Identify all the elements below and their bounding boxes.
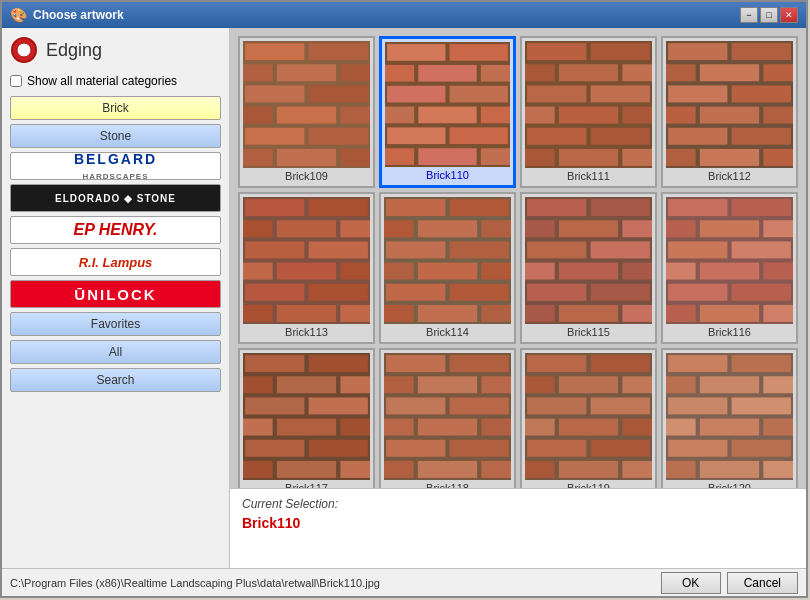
- svg-rect-40: [385, 65, 414, 82]
- svg-rect-262: [245, 397, 304, 414]
- svg-rect-112: [666, 107, 696, 124]
- svg-rect-108: [732, 85, 791, 102]
- svg-rect-315: [591, 355, 650, 372]
- svg-rect-46: [450, 86, 508, 103]
- svg-rect-277: [243, 461, 273, 478]
- svg-rect-154: [277, 305, 336, 322]
- svg-rect-346: [732, 355, 791, 372]
- svg-rect-185: [418, 305, 477, 322]
- svg-rect-207: [622, 263, 652, 280]
- show-all-label: Show all material categories: [27, 74, 177, 88]
- svg-rect-268: [277, 419, 336, 436]
- brick-category-button[interactable]: Brick: [10, 96, 221, 120]
- edging-header: Edging: [10, 36, 221, 64]
- svg-rect-247: [700, 305, 759, 322]
- svg-rect-352: [763, 376, 793, 393]
- svg-rect-73: [622, 64, 652, 81]
- svg-rect-129: [309, 199, 368, 216]
- brick-label-brick118: Brick118: [426, 480, 469, 488]
- ephenry-brand-button[interactable]: EP HENRY.: [10, 216, 221, 244]
- stone-category-button[interactable]: Stone: [10, 124, 221, 148]
- edging-icon: [10, 36, 38, 64]
- brick-item-brick119[interactable]: Brick119: [520, 348, 657, 488]
- svg-rect-164: [384, 220, 414, 237]
- svg-rect-356: [732, 397, 791, 414]
- svg-rect-197: [622, 220, 652, 237]
- current-selection-value: Brick110: [242, 515, 794, 531]
- svg-rect-45: [387, 86, 445, 103]
- svg-rect-180: [450, 284, 509, 301]
- ok-button[interactable]: OK: [661, 572, 721, 594]
- svg-rect-232: [732, 241, 791, 258]
- brick-item-brick111[interactable]: Brick111: [520, 36, 657, 188]
- svg-rect-51: [418, 107, 476, 124]
- svg-rect-92: [559, 149, 618, 166]
- restore-button[interactable]: □: [760, 7, 778, 23]
- brick-item-brick113[interactable]: Brick113: [238, 192, 375, 344]
- brick-preview-brick113: [243, 197, 370, 324]
- svg-rect-355: [668, 397, 727, 414]
- svg-rect-215: [525, 305, 555, 322]
- svg-rect-231: [668, 241, 727, 258]
- svg-rect-257: [243, 376, 273, 393]
- svg-rect-269: [340, 419, 370, 436]
- eldorado-brand-button[interactable]: ELDORADO ◆ STONE: [10, 184, 221, 212]
- unilock-brand-button[interactable]: ŪNILOCK: [10, 280, 221, 308]
- svg-rect-143: [243, 263, 273, 280]
- svg-rect-298: [384, 419, 414, 436]
- svg-rect-196: [559, 220, 618, 237]
- svg-rect-160: [450, 199, 509, 216]
- selection-panel: Current Selection: Brick110: [230, 488, 806, 568]
- ephenry-label: EP HENRY.: [74, 221, 158, 239]
- svg-rect-195: [525, 220, 555, 237]
- brick-preview-brick118: [384, 353, 511, 480]
- brick-preview-brick115: [525, 197, 652, 324]
- brick-item-brick110[interactable]: Brick110: [379, 36, 516, 188]
- brick-item-brick116[interactable]: Brick116: [661, 192, 798, 344]
- svg-rect-279: [340, 461, 370, 478]
- svg-rect-169: [386, 241, 445, 258]
- close-button[interactable]: ✕: [780, 7, 798, 23]
- brick-item-brick117[interactable]: Brick117: [238, 348, 375, 488]
- svg-rect-72: [559, 64, 618, 81]
- svg-rect-15: [309, 85, 368, 102]
- brick-item-brick120[interactable]: Brick120: [661, 348, 798, 488]
- svg-rect-319: [525, 376, 555, 393]
- svg-rect-133: [243, 220, 273, 237]
- svg-rect-60: [385, 148, 414, 165]
- svg-rect-5: [309, 43, 368, 60]
- svg-rect-170: [450, 241, 509, 258]
- lampus-label: R.I. Lampus: [79, 255, 153, 270]
- brick-label-brick119: Brick119: [567, 480, 610, 488]
- favorites-button[interactable]: Favorites: [10, 312, 221, 336]
- brick-item-brick109[interactable]: Brick109: [238, 36, 375, 188]
- lampus-brand-button[interactable]: R.I. Lampus: [10, 248, 221, 276]
- sidebar: Edging Show all material categories Bric…: [2, 28, 230, 568]
- brick-label-brick115: Brick115: [567, 324, 610, 339]
- minimize-button[interactable]: −: [740, 7, 758, 23]
- svg-rect-148: [245, 284, 304, 301]
- bottom-buttons: OK Cancel: [661, 572, 798, 594]
- brick-item-brick115[interactable]: Brick115: [520, 192, 657, 344]
- svg-point-1: [17, 43, 31, 57]
- eldorado-label: ELDORADO ◆ STONE: [55, 193, 176, 204]
- title-bar: 🎨 Choose artwork − □ ✕: [2, 2, 806, 28]
- brick-item-brick118[interactable]: Brick118: [379, 348, 516, 488]
- svg-rect-184: [384, 305, 414, 322]
- all-button[interactable]: All: [10, 340, 221, 364]
- brick-label-brick116: Brick116: [708, 324, 751, 339]
- brick-label-brick120: Brick120: [708, 480, 751, 488]
- svg-rect-113: [700, 107, 759, 124]
- brick-item-brick112[interactable]: Brick112: [661, 36, 798, 188]
- svg-rect-304: [450, 440, 509, 457]
- svg-rect-20: [277, 107, 336, 124]
- svg-rect-362: [763, 419, 793, 436]
- cancel-button[interactable]: Cancel: [727, 572, 798, 594]
- svg-rect-10: [277, 64, 336, 81]
- search-button[interactable]: Search: [10, 368, 221, 392]
- svg-rect-86: [527, 128, 586, 145]
- show-all-checkbox[interactable]: [10, 75, 22, 87]
- svg-rect-241: [668, 284, 727, 301]
- belgard-brand-button[interactable]: BELGARD HARDSCAPES: [10, 152, 221, 180]
- brick-item-brick114[interactable]: Brick114: [379, 192, 516, 344]
